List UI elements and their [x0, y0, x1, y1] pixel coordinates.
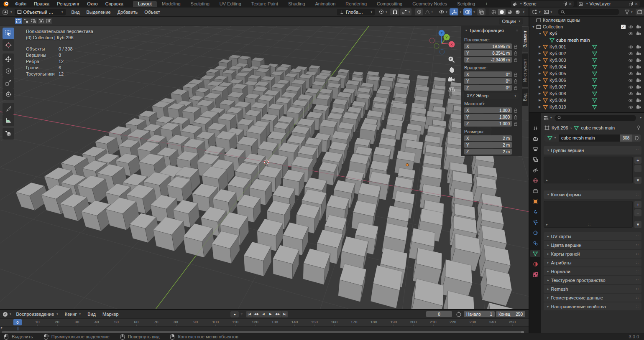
tool-move[interactable] — [3, 53, 14, 65]
disable-camera-icon[interactable] — [636, 58, 641, 62]
pin-icon[interactable] — [636, 125, 641, 130]
outliner-scene-collection[interactable]: Коллекция сцены — [529, 17, 644, 23]
tab-collection[interactable] — [530, 187, 540, 195]
add-button[interactable]: + — [634, 157, 641, 164]
remove-icon[interactable]: ✕ — [635, 2, 638, 6]
collapsed-panel-Настраиваемые свойства[interactable]: ▸Настраиваемые свойства∷ — [544, 302, 641, 310]
expand-closed-icon[interactable]: ▶ — [539, 79, 543, 82]
menu-Правка[interactable]: Правка — [30, 1, 53, 6]
outliner-item-label[interactable]: Куб.006 — [549, 78, 566, 83]
tab-constraints[interactable] — [530, 239, 540, 247]
disable-camera-icon[interactable] — [636, 71, 641, 76]
shading-material-icon[interactable] — [506, 9, 514, 15]
viewport-menu-Объект[interactable]: Объект — [141, 10, 163, 15]
unlink-icon[interactable]: ✕ — [569, 2, 572, 6]
panel-grip-icon[interactable]: ∷ — [636, 243, 639, 247]
outliner-item-label[interactable]: Куб.002 — [549, 51, 566, 56]
outliner-object-Куб.010[interactable]: ▶Куб.010 — [529, 104, 644, 110]
scene-name[interactable]: Scene — [524, 1, 561, 6]
outliner-item-label[interactable]: Collection — [543, 24, 563, 29]
expand-closed-icon[interactable]: ▶ — [539, 58, 543, 62]
outliner-item-label[interactable]: Куб.008 — [549, 91, 566, 96]
tool-scale[interactable] — [3, 77, 14, 89]
tab-world[interactable] — [530, 177, 540, 184]
outliner-item-label[interactable]: Куб.005 — [549, 71, 566, 76]
breadcrumb-object[interactable]: Куб.296 — [552, 125, 568, 130]
gizmo-z-neg[interactable] — [440, 49, 445, 54]
disable-camera-icon[interactable] — [636, 45, 641, 49]
outliner-object-Куб.007[interactable]: ▶Куб.007 — [529, 84, 644, 90]
select-mode-subtract-icon[interactable] — [30, 18, 37, 24]
pivot-point-icon[interactable]: ▾ — [379, 9, 387, 15]
editor-type-properties-icon[interactable]: ▾ — [544, 115, 552, 120]
mesh-data-selector[interactable]: ▾ — [544, 134, 559, 142]
panel-header-Группы вершин[interactable]: ▾Группы вершин∷ — [544, 146, 641, 155]
menu-Окно[interactable]: Окно — [83, 1, 102, 6]
lock-icon[interactable] — [512, 44, 519, 49]
panel-grip-icon[interactable]: ∷ — [636, 287, 639, 291]
hide-eye-icon[interactable] — [628, 99, 634, 102]
outliner-search-input[interactable] — [558, 9, 619, 15]
proportional-falloff-icon[interactable]: ▾ — [424, 10, 433, 15]
play-button[interactable]: ▶ — [267, 311, 274, 317]
hide-eye-icon[interactable] — [628, 52, 634, 56]
gizmo-x-neg[interactable] — [429, 38, 434, 43]
properties-options-icon[interactable]: ▾ — [640, 116, 641, 119]
select-mode-extend-icon[interactable] — [23, 18, 30, 24]
remove-button[interactable]: − — [634, 165, 641, 172]
expand-open-icon[interactable]: ▼ — [539, 32, 543, 35]
hide-eye-icon[interactable] — [628, 85, 634, 89]
editor-type-timeline-icon[interactable]: ▾ — [3, 312, 11, 317]
shading-solid-icon[interactable] — [498, 9, 506, 15]
outliner-object-Куб.009[interactable]: ▶Куб.009 — [529, 97, 644, 104]
new-collection-button[interactable] — [636, 9, 644, 15]
outliner-collection[interactable]: ▼Collection✓ — [529, 23, 644, 30]
disable-camera-icon[interactable] — [636, 31, 641, 36]
select-mode-intersect-icon[interactable] — [45, 18, 52, 24]
expand-closed-icon[interactable]: ▶ — [539, 92, 543, 95]
hide-eye-icon[interactable] — [628, 45, 634, 49]
jump-to-end-button[interactable]: ▶| — [281, 311, 288, 317]
snap-target[interactable]: ▾ — [400, 8, 411, 15]
disable-camera-icon[interactable] — [636, 105, 641, 109]
rotation-Y-field[interactable]: Y0° — [464, 78, 512, 84]
collapsed-panel-Атрибуты[interactable]: ▸Атрибуты∷ — [544, 259, 641, 266]
outliner-item-label[interactable]: Куб.007 — [549, 84, 566, 89]
npanel-tab-view[interactable]: Вид — [522, 89, 528, 106]
disable-camera-icon[interactable] — [636, 65, 641, 69]
viewlayer-selector[interactable]: ▾ ViewLayer ✕ — [577, 1, 640, 7]
outliner-object-Куб.004[interactable]: ▶Куб.004 — [529, 63, 644, 70]
expand-closed-icon[interactable]: ▶ — [539, 52, 543, 55]
menu-Справка[interactable]: Справка — [102, 1, 127, 6]
tool-rotate[interactable] — [3, 65, 14, 77]
expand-closed-icon[interactable]: ▶ — [539, 105, 543, 109]
timeline-channels[interactable]: ▸ — [0, 327, 529, 330]
expand-open-icon[interactable]: ▼ — [532, 25, 536, 28]
scene-selector[interactable]: ▾ Scene ✕ — [511, 1, 574, 7]
blender-logo-icon[interactable] — [3, 1, 9, 7]
panel-drag-icon[interactable]: ≡ — [516, 28, 519, 33]
editor-type-outliner-icon[interactable]: ▾ — [532, 10, 541, 15]
filter-funnel-icon[interactable]: ▾ — [624, 10, 633, 15]
workspace-tab-Shading[interactable]: Shading — [283, 1, 310, 7]
auto-key-record-button[interactable]: ● — [230, 311, 239, 317]
next-keyframe-button[interactable]: ◆▶ — [274, 311, 281, 317]
expand-closed-icon[interactable]: ▶ — [539, 45, 543, 48]
menu-Рендеринг[interactable]: Рендеринг — [53, 1, 83, 6]
cube-field[interactable] — [16, 55, 518, 309]
select-mode-invert-icon[interactable] — [38, 18, 45, 24]
expand-closed-icon[interactable]: ▶ — [539, 85, 543, 89]
workspace-tab-Geometry Nodes[interactable]: Geometry Nodes — [407, 1, 452, 7]
lock-icon[interactable] — [512, 72, 519, 77]
checkbox-icon[interactable]: ✓ — [621, 25, 626, 29]
tab-tool[interactable] — [530, 124, 540, 132]
copy-icon[interactable] — [563, 2, 567, 6]
mesh-name-field[interactable]: cube mesh main — [559, 134, 620, 142]
viewport-menu-Добавить[interactable]: Добавить — [114, 10, 141, 15]
timeline-menu-Вид[interactable]: Вид — [84, 312, 99, 317]
play-reverse-button[interactable]: ◀ — [260, 311, 267, 317]
jump-to-start-button[interactable]: |◀ — [246, 311, 253, 317]
shading-rendered-icon[interactable] — [514, 9, 521, 15]
lock-icon[interactable] — [512, 79, 519, 84]
current-frame-indicator[interactable]: 0 — [13, 319, 22, 325]
